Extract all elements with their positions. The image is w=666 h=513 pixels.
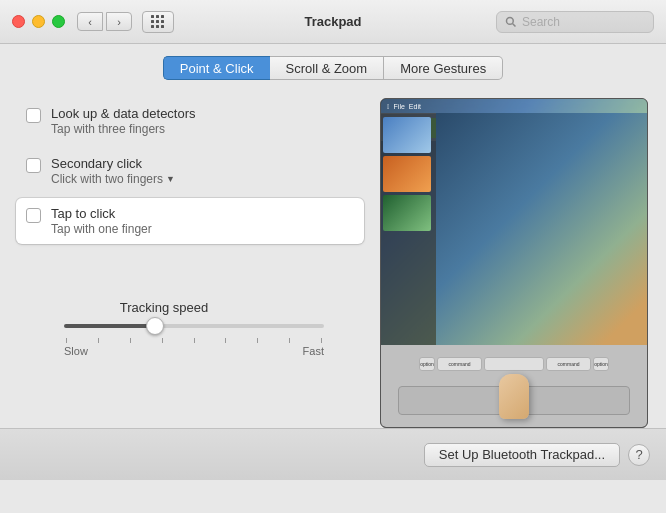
tab-scroll-zoom[interactable]: Scroll & Zoom (270, 56, 385, 80)
option-secondary-title: Secondary click (51, 156, 175, 171)
desktop-main (436, 113, 647, 345)
slider-thumb[interactable] (146, 317, 164, 335)
desktop-preview:  File Edit (381, 99, 647, 345)
sidebar-thumb-1 (383, 117, 431, 153)
checkbox-lookup[interactable] (26, 108, 41, 123)
finder-sidebar (381, 113, 436, 345)
slider-fast-label: Fast (303, 345, 324, 357)
grid-icon (151, 15, 165, 29)
grid-button[interactable] (142, 11, 174, 33)
option-secondary-click[interactable]: Secondary click Click with two fingers ▼ (16, 148, 364, 194)
option-secondary-subtitle: Click with two fingers ▼ (51, 172, 175, 186)
main-content: Look up & data detectors Tap with three … (0, 90, 666, 428)
slider-wrapper[interactable] (64, 316, 324, 336)
sidebar-thumb-2 (383, 156, 431, 192)
slider-container: Slow Fast (64, 316, 324, 357)
toolbar: Point & Click Scroll & Zoom More Gesture… (0, 44, 666, 90)
slider-track (64, 324, 324, 328)
search-icon (505, 16, 517, 28)
options-panel: Look up & data detectors Tap with three … (16, 90, 364, 428)
dropdown-arrow-icon: ▼ (166, 174, 175, 184)
help-button[interactable]: ? (628, 444, 650, 466)
option-tap-to-click[interactable]: Tap to click Tap with one finger (16, 198, 364, 244)
option-tap-subtitle: Tap with one finger (51, 222, 152, 236)
keyboard-preview: option command command option (381, 345, 647, 427)
key-space (484, 357, 544, 371)
option-lookup-title: Look up & data detectors (51, 106, 196, 121)
minimize-button[interactable] (32, 15, 45, 28)
svg-point-0 (507, 17, 514, 24)
key-option-l: option (419, 357, 435, 371)
tracking-label: Tracking speed (120, 300, 208, 315)
menubar-preview:  File Edit (381, 99, 647, 113)
option-lookup-subtitle: Tap with three fingers (51, 122, 196, 136)
traffic-lights (12, 15, 65, 28)
forward-button[interactable]: › (106, 12, 132, 31)
key-command-l: command (437, 357, 482, 371)
option-lookup[interactable]: Look up & data detectors Tap with three … (16, 98, 364, 144)
slider-ticks (64, 338, 324, 343)
back-button[interactable]: ‹ (77, 12, 103, 31)
search-placeholder: Search (522, 15, 560, 29)
checkbox-tap-to-click[interactable] (26, 208, 41, 223)
bottom-bar: Set Up Bluetooth Trackpad... ? (0, 428, 666, 480)
slider-slow-label: Slow (64, 345, 88, 357)
maximize-button[interactable] (52, 15, 65, 28)
key-option-r: option (593, 357, 609, 371)
sidebar-thumb-3 (383, 195, 431, 231)
tracking-section: Tracking speed Slow Fast (16, 298, 364, 357)
preview-panel:  File Edit (380, 90, 650, 428)
bluetooth-setup-button[interactable]: Set Up Bluetooth Trackpad... (424, 443, 620, 467)
key-command-r: command (546, 357, 591, 371)
slider-labels: Slow Fast (64, 345, 324, 357)
svg-line-1 (513, 23, 516, 26)
titlebar: ‹ › Trackpad Search (0, 0, 666, 44)
close-button[interactable] (12, 15, 25, 28)
keyboard-row-1: option command command option (385, 357, 643, 371)
person-silhouette (436, 113, 647, 345)
trackpad-area[interactable] (398, 386, 630, 416)
search-box[interactable]: Search (496, 11, 654, 33)
tracking-label-wrapper: Tracking speed (24, 298, 304, 316)
tab-point-click[interactable]: Point & Click (163, 56, 270, 80)
preview-image:  File Edit (380, 98, 648, 428)
option-tap-title: Tap to click (51, 206, 152, 221)
checkbox-secondary-click[interactable] (26, 158, 41, 173)
window-title: Trackpad (304, 14, 361, 29)
finger-icon (499, 374, 529, 419)
tab-more-gestures[interactable]: More Gestures (384, 56, 503, 80)
nav-buttons: ‹ › (77, 12, 132, 31)
